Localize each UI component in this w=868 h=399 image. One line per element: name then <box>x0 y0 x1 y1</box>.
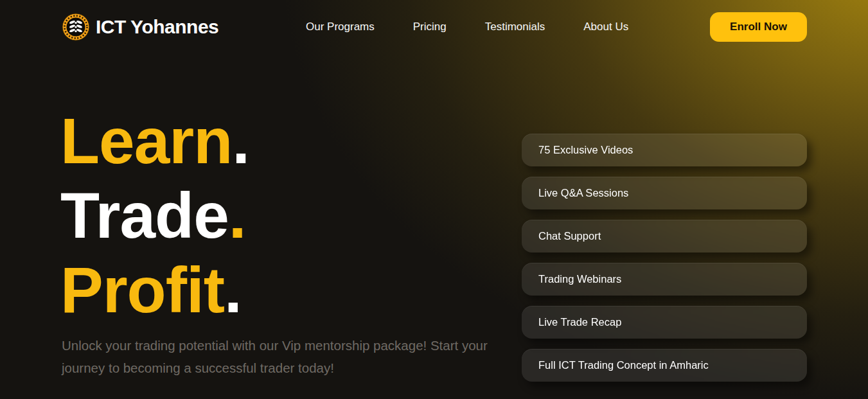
nav-link-testimonials[interactable]: Testimonials <box>485 21 545 33</box>
hero-dot-trade: . <box>229 179 246 251</box>
hero-line-learn: Learn. <box>60 103 249 178</box>
hero-word-learn: Learn <box>60 105 232 177</box>
feature-list: 75 Exclusive Videos Live Q&A Sessions Ch… <box>522 134 807 382</box>
enroll-now-button[interactable]: Enroll Now <box>710 12 807 42</box>
feature-pill-live-qa[interactable]: Live Q&A Sessions <box>522 177 807 209</box>
main-nav: Our Programs Pricing Testimonials About … <box>306 0 628 54</box>
hero-word-trade: Trade <box>60 179 229 251</box>
brand-title: ICT Yohannes <box>96 16 218 38</box>
hero-subtitle: Unlock your trading potential with our V… <box>62 334 524 379</box>
nav-link-pricing[interactable]: Pricing <box>413 21 447 33</box>
feature-pill-trading-webinars[interactable]: Trading Webinars <box>522 263 807 296</box>
feature-pill-live-trade-recap[interactable]: Live Trade Recap <box>522 306 807 339</box>
hero-dot-learn: . <box>232 105 249 177</box>
nav-link-about-us[interactable]: About Us <box>583 21 628 33</box>
hero-heading: Learn. Trade. Profit. <box>60 103 249 327</box>
hero-word-profit: Profit <box>60 254 224 326</box>
feature-pill-chat-support[interactable]: Chat Support <box>522 220 807 253</box>
brand[interactable]: ICT Yohannes <box>62 0 218 54</box>
feature-pill-full-ict-amharic[interactable]: Full ICT Trading Concept in Amharic <box>522 349 807 382</box>
hero-dot-profit: . <box>224 254 242 326</box>
ict-yohannes-logo-icon <box>62 13 90 41</box>
site-header: ICT Yohannes Our Programs Pricing Testim… <box>0 0 868 54</box>
hero-line-trade: Trade. <box>60 178 249 253</box>
feature-pill-exclusive-videos[interactable]: 75 Exclusive Videos <box>522 134 807 166</box>
hero-line-profit: Profit. <box>60 253 249 327</box>
nav-link-our-programs[interactable]: Our Programs <box>306 21 375 33</box>
